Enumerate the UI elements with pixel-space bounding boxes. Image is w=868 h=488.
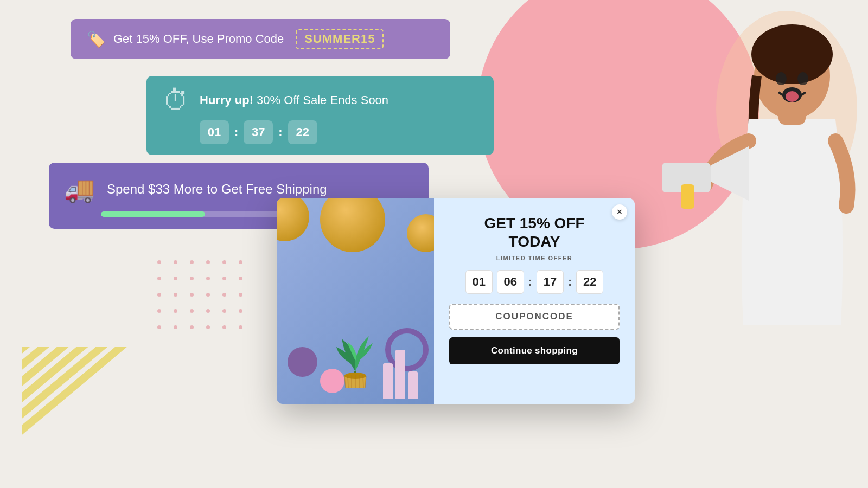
plant-container (334, 323, 377, 388)
progress-bar-fill (101, 211, 205, 217)
modal-subtitle: LIMITED TIME OFFER (496, 255, 573, 261)
sep2: : (278, 125, 282, 139)
timer-icon: ⏱ (163, 87, 190, 114)
modal-countdown: 01 06 : 17 : 22 (465, 270, 604, 294)
modal-content-panel: × GET 15% OFF TODAY LIMITED TIME OFFER 0… (434, 198, 635, 404)
discount-modal: × GET 15% OFF TODAY LIMITED TIME OFFER 0… (277, 198, 635, 404)
svg-rect-5 (778, 108, 806, 125)
countdown-seconds: 22 (288, 120, 317, 144)
modal-title: GET 15% OFF TODAY (484, 214, 584, 251)
truck-icon: 🚚 (64, 175, 95, 204)
dot-grid (157, 260, 248, 335)
modal-seconds: 22 (576, 270, 603, 294)
bg-yellow-stripes (22, 347, 163, 455)
modal-title-line1: GET 15% OFF (484, 214, 584, 233)
modal-title-line2: TODAY (484, 233, 584, 251)
banner2-text: Hurry up! 30% Off Sale Ends Soon (200, 93, 388, 107)
modal-image-panel (277, 198, 434, 404)
continue-shopping-button[interactable]: Continue shopping (449, 337, 620, 364)
modal-minutes1: 06 (497, 270, 524, 294)
plant-svg (334, 323, 377, 388)
modal-sep2: : (568, 275, 572, 289)
countdown-hours: 01 (200, 120, 229, 144)
promo-banner-1-text: Get 15% OFF, Use Promo Code (113, 32, 284, 46)
svg-rect-4 (681, 184, 694, 209)
purple-ball (288, 347, 317, 377)
coupon-code-display: COUPONCODE (449, 304, 620, 330)
modal-minutes2: 17 (537, 270, 564, 294)
tag-icon: 🏷️ (87, 30, 106, 48)
promo-banner-2: ⏱ Hurry up! 30% Off Sale Ends Soon 01 : … (146, 76, 494, 155)
hurry-label: Hurry up! (200, 93, 253, 107)
pink-columns (383, 350, 418, 399)
woman-with-megaphone (597, 0, 868, 488)
svg-point-7 (797, 72, 808, 85)
banner2-top: ⏱ Hurry up! 30% Off Sale Ends Soon (163, 87, 477, 114)
promo-banner-1: 🏷️ Get 15% OFF, Use Promo Code SUMMER15 (71, 19, 450, 59)
modal-close-button[interactable]: × (612, 204, 627, 220)
countdown-minutes: 37 (244, 120, 273, 144)
svg-point-2 (751, 24, 833, 84)
svg-point-6 (776, 72, 787, 85)
shipping-text: Spend $33 More to Get Free Shipping (107, 182, 327, 197)
sep1: : (234, 125, 238, 139)
modal-hours: 01 (465, 270, 493, 294)
banner2-countdown: 01 : 37 : 22 (200, 120, 317, 144)
svg-point-9 (786, 91, 799, 102)
promo-code: SUMMER15 (296, 29, 384, 49)
modal-sep1: : (528, 275, 532, 289)
